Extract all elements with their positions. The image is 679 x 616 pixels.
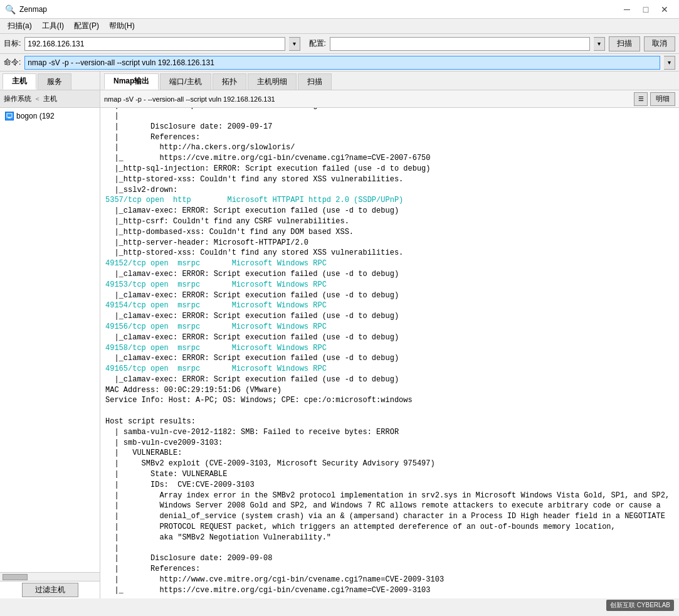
target-row: 目标: ▾ 配置: ▾ 扫描 取消 [0,34,679,54]
output-menu-icon[interactable]: ☰ [634,92,648,106]
tab-ports-hosts[interactable]: 端口/主机 [160,73,211,90]
target-label: 目标: [4,38,21,49]
target-dropdown-arrow[interactable]: ▾ [289,37,300,51]
config-label: 配置: [309,38,326,49]
target-input[interactable] [24,37,285,51]
menu-config[interactable]: 配置(P) [69,19,104,33]
h-scroll-thumb[interactable] [3,574,28,580]
titlebar-controls: ─ □ ✕ [618,0,674,19]
tab-hosts[interactable]: 主机 [3,73,36,90]
host-icon [5,112,14,120]
sidebar-sep: ＜ [34,94,41,104]
close-button[interactable]: ✕ [655,0,674,19]
command-row: 命令: ▾ [0,54,679,72]
sidebar-host-label: 主机 [43,94,57,104]
titlebar-left: 🔍 Zenmap [5,4,47,14]
detail-button[interactable]: 明细 [650,92,675,106]
tab-scan[interactable]: 扫描 [298,73,332,90]
cancel-button[interactable]: 取消 [644,36,675,51]
config-input[interactable] [330,37,590,51]
command-dropdown-arrow[interactable]: ▾ [664,56,675,70]
svg-rect-1 [8,117,11,119]
menu-tools[interactable]: 工具(I) [37,19,69,33]
output-content[interactable]: |_http-dombased-xss: Couldn't find any D… [100,108,679,598]
output-command-display: nmap -sV -p - --version-all --script vul… [104,92,631,106]
sidebar-os-label: 操作系统 [4,94,31,104]
menubar: 扫描(a) 工具(I) 配置(P) 帮助(H) [0,19,679,34]
maximize-button[interactable]: □ [636,0,655,19]
svg-rect-0 [7,114,12,117]
tab-nmap-output[interactable]: Nmap输出 [104,73,159,90]
sidebar-header: 操作系统 ＜ 主机 [0,90,100,108]
sidebar-host-item[interactable]: bogon (192 [0,110,100,122]
minimize-button[interactable]: ─ [618,0,636,19]
command-input[interactable] [24,56,660,70]
titlebar-title: Zenmap [19,5,47,14]
config-dropdown-arrow[interactable]: ▾ [594,37,605,51]
sidebar-content: bogon (192 [0,108,100,572]
host-label: bogon (192 [16,112,55,120]
scan-button[interactable]: 扫描 [609,36,640,51]
sidebar: 操作系统 ＜ 主机 bogon (192 过滤主机 [0,90,100,598]
watermark: 创新互联 CYBERLAB [606,600,674,611]
tab-services[interactable]: 服务 [38,73,71,90]
tab-topology[interactable]: 拓扑 [213,73,246,90]
filter-hosts-button[interactable]: 过滤主机 [22,583,78,597]
output-area: nmap -sV -p - --version-all --script vul… [100,90,679,598]
menu-scan[interactable]: 扫描(a) [3,19,37,33]
app-icon: 🔍 [5,4,16,14]
output-toolbar: nmap -sV -p - --version-all --script vul… [100,90,679,108]
titlebar: 🔍 Zenmap ─ □ ✕ [0,0,679,19]
sidebar-scrollbar[interactable] [0,572,100,581]
command-label: 命令: [4,57,21,68]
tab-host-details[interactable]: 主机明细 [248,73,297,90]
main-area: 操作系统 ＜ 主机 bogon (192 过滤主机 [0,90,679,598]
sidebar-footer: 过滤主机 [0,581,100,598]
menu-help[interactable]: 帮助(H) [104,19,140,33]
